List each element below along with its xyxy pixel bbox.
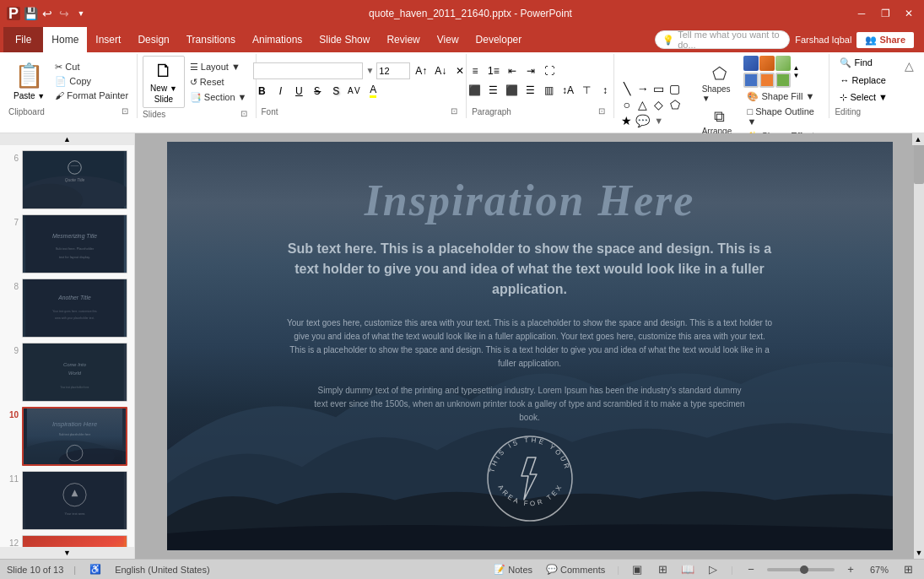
align-left-button[interactable]: ⬛ bbox=[467, 82, 484, 99]
fit-slide-button[interactable]: ⊞ bbox=[899, 562, 917, 577]
review-menu[interactable]: Review bbox=[378, 27, 428, 52]
shape-fill-button[interactable]: 🎨 Shape Fill ▼ bbox=[743, 90, 818, 103]
design-menu[interactable]: Design bbox=[129, 27, 177, 52]
paragraph-expander[interactable]: ⊡ bbox=[595, 106, 608, 116]
slides-expander[interactable]: ⊡ bbox=[237, 109, 251, 118]
font-size-input[interactable] bbox=[376, 62, 410, 79]
slide-thumbnail-9[interactable]: 9 Come Into World Your text placeholder … bbox=[7, 343, 127, 402]
quick-style-3[interactable] bbox=[775, 56, 791, 71]
undo-icon[interactable]: ↩ bbox=[41, 7, 54, 20]
underline-button[interactable]: U bbox=[290, 83, 307, 100]
format-painter-button[interactable]: 🖌 Format Painter bbox=[51, 89, 132, 101]
slide-canvas[interactable]: Inspiration Here Sub text here. This is … bbox=[167, 142, 893, 550]
columns-button[interactable]: ▥ bbox=[541, 82, 558, 99]
quick-style-4[interactable] bbox=[743, 73, 759, 88]
slide-title[interactable]: Inspiration Here bbox=[365, 176, 695, 225]
canvas-scroll-up[interactable]: ▲ bbox=[912, 133, 924, 145]
decrease-indent-button[interactable]: ⇤ bbox=[504, 62, 521, 79]
accessibility-button[interactable]: ♿ bbox=[86, 562, 105, 576]
customize-quick-access[interactable]: ▼ bbox=[74, 7, 88, 20]
quick-style-5[interactable] bbox=[759, 73, 775, 88]
shape-line[interactable]: ╲ bbox=[619, 81, 635, 96]
slide-thumbnail-6[interactable]: 6 Quote Title bbox=[7, 150, 127, 209]
language-indicator[interactable]: English (United States) bbox=[111, 563, 213, 576]
slide-footer-text[interactable]: Simply dummy text of the printing and ty… bbox=[311, 384, 749, 425]
font-color-button[interactable]: A bbox=[365, 83, 381, 100]
shape-outline-button[interactable]: □ Shape Outline ▼ bbox=[743, 106, 824, 127]
paste-button[interactable]: 📋 Paste ▼ bbox=[8, 58, 50, 104]
clipboard-expander[interactable]: ⊡ bbox=[118, 106, 132, 116]
panel-scroll-down[interactable]: ▼ bbox=[0, 547, 134, 559]
slide-thumbnail-7[interactable]: 7 Mesmerizing Title Sub text here. Place… bbox=[7, 214, 127, 273]
quick-style-1[interactable] bbox=[743, 56, 759, 71]
align-text-button[interactable]: ⊤ bbox=[578, 82, 595, 99]
redo-icon[interactable]: ↪ bbox=[57, 7, 71, 20]
zoom-in-button[interactable]: + bbox=[841, 562, 860, 577]
font-expander[interactable]: ⊡ bbox=[447, 106, 461, 116]
bullets-button[interactable]: ≡ bbox=[467, 62, 484, 79]
share-button[interactable]: 👥 Share bbox=[856, 32, 914, 48]
slide-sorter-button[interactable]: ⊞ bbox=[653, 562, 672, 577]
find-button[interactable]: 🔍 Find bbox=[835, 56, 893, 70]
shape-callout[interactable]: 💬 bbox=[635, 113, 651, 128]
file-menu[interactable]: File bbox=[3, 27, 43, 52]
align-right-button[interactable]: ⬛ bbox=[504, 82, 521, 99]
zoom-slider[interactable] bbox=[767, 568, 835, 571]
slide-badge[interactable]: THIS IS THE YOUR AREA FOR TEXT bbox=[484, 432, 576, 525]
shape-diamond[interactable]: ◇ bbox=[651, 97, 667, 112]
save-icon[interactable]: 💾 bbox=[24, 7, 37, 20]
text-direction-button[interactable]: ↕A bbox=[559, 82, 576, 99]
canvas-scrollbar[interactable]: ▲ ▼ bbox=[914, 133, 924, 559]
shape-rect[interactable]: ▭ bbox=[651, 81, 667, 96]
close-button[interactable]: ✕ bbox=[900, 7, 917, 20]
insert-menu[interactable]: Insert bbox=[87, 27, 129, 52]
transitions-menu[interactable]: Transitions bbox=[178, 27, 244, 52]
slide-thumbnail-10[interactable]: 10 Inspiration Here Sub text placehold bbox=[7, 407, 127, 466]
normal-view-button[interactable]: ▣ bbox=[628, 562, 646, 577]
replace-button[interactable]: ↔ Replace bbox=[835, 73, 893, 87]
shape-more[interactable]: ▼ bbox=[651, 113, 667, 128]
bold-button[interactable]: B bbox=[253, 83, 270, 100]
slide-subtitle[interactable]: Sub text here. This is a placeholder to … bbox=[285, 239, 775, 300]
section-button[interactable]: 📑 Section ▼ bbox=[186, 91, 251, 104]
reset-button[interactable]: ↺ Reset bbox=[186, 76, 251, 89]
font-decrease-button[interactable]: A↓ bbox=[432, 62, 449, 79]
character-spacing-button[interactable]: AV bbox=[346, 83, 363, 100]
cut-button[interactable]: ✂ Cut bbox=[51, 61, 132, 73]
shape-star[interactable]: ★ bbox=[619, 113, 635, 128]
new-slide-button[interactable]: 🗋 New ▼ Slide bbox=[143, 56, 185, 108]
shapes-button[interactable]: ⬠ Shapes ▼ bbox=[699, 62, 741, 105]
comments-button[interactable]: 💬 Comments bbox=[543, 562, 608, 576]
minimize-button[interactable]: ─ bbox=[853, 7, 870, 20]
reading-view-button[interactable]: 📖 bbox=[678, 562, 697, 577]
quick-style-6[interactable] bbox=[775, 73, 791, 88]
align-center-button[interactable]: ☰ bbox=[485, 82, 502, 99]
collapse-ribbon-button[interactable]: △ bbox=[901, 57, 917, 74]
shape-arrow[interactable]: → bbox=[635, 81, 651, 96]
numbering-button[interactable]: 1≡ bbox=[485, 62, 502, 79]
italic-button[interactable]: I bbox=[272, 83, 289, 100]
slide-thumbnail-8[interactable]: 8 Another Title Your text goes here, cus… bbox=[7, 279, 127, 338]
developer-menu[interactable]: Developer bbox=[467, 27, 531, 52]
slideshow-button[interactable]: ▷ bbox=[704, 562, 722, 577]
shape-triangle[interactable]: △ bbox=[635, 97, 651, 112]
select-button[interactable]: ⊹ Select ▼ bbox=[835, 90, 893, 105]
increase-indent-button[interactable]: ⇥ bbox=[522, 62, 539, 79]
shape-rounded[interactable]: ▢ bbox=[667, 81, 683, 96]
quick-styles-expand[interactable]: ▲ ▼ bbox=[792, 64, 799, 79]
notes-button[interactable]: 📝 Notes bbox=[490, 562, 536, 576]
convert-smartart-button[interactable]: ⛶ bbox=[541, 62, 558, 79]
font-expand-icon[interactable]: ▼ bbox=[365, 66, 374, 75]
strikethrough-button[interactable]: S̶ bbox=[309, 83, 326, 100]
home-menu[interactable]: Home bbox=[43, 27, 87, 52]
slide-thumbnail-11[interactable]: 11 Your text area bbox=[7, 471, 127, 530]
zoom-out-button[interactable]: − bbox=[742, 562, 760, 577]
canvas-scroll-down-arrow[interactable]: ▼ bbox=[914, 547, 924, 559]
copy-button[interactable]: 📄 Copy bbox=[51, 75, 132, 88]
user-name[interactable]: Farshad Iqbal bbox=[795, 35, 851, 45]
animations-menu[interactable]: Animations bbox=[244, 27, 311, 52]
font-increase-button[interactable]: A↑ bbox=[413, 62, 430, 79]
slide-body-text[interactable]: Your text goes here, customize this area… bbox=[285, 317, 775, 371]
text-shadow-button[interactable]: S bbox=[327, 83, 344, 100]
font-family-input[interactable] bbox=[253, 62, 363, 79]
